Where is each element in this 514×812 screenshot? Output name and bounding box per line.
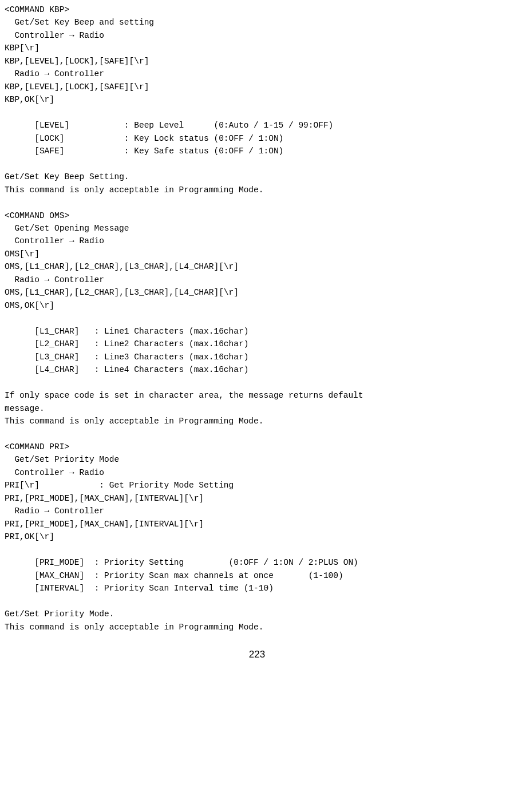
param-l2char: [L2_CHAR] : Line2 Characters (max.16char… [5, 338, 509, 350]
page-number: 223 [5, 647, 509, 662]
blank-line [5, 312, 509, 324]
pri-desc-2: This command is only acceptable in Progr… [5, 621, 509, 633]
oms-desc-1b: message. [5, 402, 509, 415]
direction-ctrl-to-radio: Controller → Radio [5, 235, 509, 247]
blank-line [5, 158, 509, 171]
param-l1char: [L1_CHAR] : Line1 Characters (max.16char… [5, 325, 509, 338]
command-oms-tag: <COMMAND OMS> [5, 209, 509, 222]
blank-line [5, 196, 509, 209]
kbp-desc-2: This command is only acceptable in Progr… [5, 184, 509, 196]
kbp-response-2: KBP,OK[\r] [5, 93, 509, 106]
kbp-request-1: KBP[\r] [5, 42, 509, 54]
oms-response-2: OMS,OK[\r] [5, 299, 509, 312]
blank-line [5, 595, 509, 608]
direction-ctrl-to-radio: Controller → Radio [5, 466, 509, 479]
oms-request-1: OMS[\r] [5, 248, 509, 260]
oms-desc-2: This command is only acceptable in Progr… [5, 415, 509, 427]
direction-radio-to-ctrl: Radio → Controller [5, 505, 509, 517]
blank-line [5, 106, 509, 119]
blank-line [5, 427, 509, 440]
blank-line [5, 377, 509, 389]
kbp-request-2: KBP,[LEVEL],[LOCK],[SAFE][\r] [5, 55, 509, 68]
pri-request-2: PRI,[PRI_MODE],[MAX_CHAN],[INTERVAL][\r] [5, 492, 509, 505]
kbp-response-1: KBP,[LEVEL],[LOCK],[SAFE][\r] [5, 81, 509, 93]
direction-radio-to-ctrl: Radio → Controller [5, 68, 509, 80]
pri-response-1: PRI,[PRI_MODE],[MAX_CHAN],[INTERVAL][\r] [5, 518, 509, 530]
pri-desc-1: Get/Set Priority Mode. [5, 608, 509, 620]
command-kbp-tag: <COMMAND KBP> [5, 3, 509, 16]
param-lock: [LOCK] : Key Lock status (0:OFF / 1:ON) [5, 132, 509, 145]
param-l4char: [L4_CHAR] : Line4 Characters (max.16char… [5, 363, 509, 376]
param-pri-mode: [PRI_MODE] : Priority Setting (0:OFF / 1… [5, 556, 509, 569]
blank-line [5, 544, 509, 556]
param-max-chan: [MAX_CHAN] : Priority Scan max channels … [5, 569, 509, 582]
command-pri-tag: <COMMAND PRI> [5, 441, 509, 453]
kbp-desc-1: Get/Set Key Beep Setting. [5, 171, 509, 183]
param-safe: [SAFE] : Key Safe status (0:OFF / 1:ON) [5, 145, 509, 157]
pri-request-1: PRI[\r] : Get Priority Mode Setting [5, 479, 509, 492]
param-level: [LEVEL] : Beep Level (0:Auto / 1-15 / 99… [5, 119, 509, 132]
command-pri-title: Get/Set Priority Mode [5, 453, 509, 466]
direction-ctrl-to-radio: Controller → Radio [5, 29, 509, 42]
command-oms-title: Get/Set Opening Message [5, 222, 509, 235]
direction-radio-to-ctrl: Radio → Controller [5, 274, 509, 286]
oms-request-2: OMS,[L1_CHAR],[L2_CHAR],[L3_CHAR],[L4_CH… [5, 260, 509, 273]
oms-response-1: OMS,[L1_CHAR],[L2_CHAR],[L3_CHAR],[L4_CH… [5, 286, 509, 299]
pri-response-2: PRI,OK[\r] [5, 530, 509, 543]
param-l3char: [L3_CHAR] : Line3 Characters (max.16char… [5, 351, 509, 363]
oms-desc-1a: If only space code is set in character a… [5, 389, 509, 402]
param-interval: [INTERVAL] : Priority Scan Interval time… [5, 582, 509, 595]
command-kbp-title: Get/Set Key Beep and setting [5, 16, 509, 29]
